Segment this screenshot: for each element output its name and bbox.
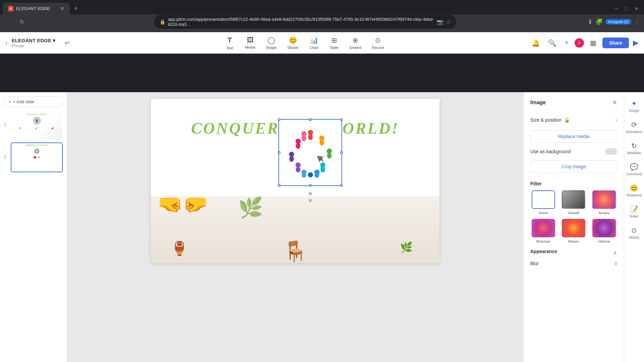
undo-btn[interactable]: ↩ [65,39,70,47]
design-sidebar-btn[interactable]: ✦ Design [626,96,643,116]
workflow-sidebar-btn[interactable]: ↻ Workflow [626,138,643,158]
hands-sticker[interactable]: 🤜🤛 [158,192,208,216]
chart-tool-btn[interactable]: 📊 Chart [305,34,323,52]
handle-bm[interactable] [309,184,312,187]
panel-header: Image ✕ [530,99,617,106]
filter-none-item[interactable]: None [530,190,556,215]
crop-image-btn[interactable]: Crop image [530,160,617,173]
animations-sidebar-btn[interactable]: ⟳ Animations [626,117,643,137]
record-tool-label: Record [372,46,384,50]
extensions-icon[interactable]: 🧩 [595,18,603,25]
media-tool-label: Media [245,45,255,49]
slide-1-thumb-inner: ELEGANT EDGE 👤 ✏🖊🖌 [11,111,62,139]
notifications-btn[interactable]: 🔔 [530,37,542,49]
share-btn[interactable]: Share [602,38,629,48]
filter-amaro-item[interactable]: Amaro [591,190,617,215]
window-controls: ─ □ ✕ [612,5,641,13]
filter-title: Filter [530,181,617,186]
present-mode-btn[interactable]: ▦ [588,37,598,49]
history-sidebar-btn[interactable]: ⊙ History [626,223,643,243]
text-tool-label: Text [226,46,233,50]
drag-handle[interactable] [309,192,312,195]
replace-media-btn[interactable]: Replace media [530,130,617,143]
back-nav-btn[interactable]: ‹ [4,17,8,26]
slides-sidebar: + + Add slide 1 ELEGANT EDGE 👤 ✏🖊🖌 [0,92,67,362]
media-tool-icon: 🖼 [247,36,254,44]
back-to-projects-btn[interactable]: ‹ [5,39,8,47]
active-tab[interactable]: P ELEGANT EDGE ✕ [3,3,70,14]
slide-canvas[interactable]: CONQUER THE WORLD! 🏺 🪑 🌿 🤜🤛 🌿 [151,99,439,263]
text-tool-btn[interactable]: T Text [221,34,238,52]
shape-tool-label: Shape [266,46,277,50]
project-info: ELEGANT EDGE ▾ Private [12,38,55,48]
handle-tr[interactable] [340,118,343,121]
handle-mr[interactable] [340,151,343,154]
panel-close-btn[interactable]: ✕ [612,99,617,106]
search-btn[interactable]: 🔍 [546,37,558,49]
size-position-row[interactable]: Size & position 🔒 › [530,113,617,127]
slide-2-item[interactable]: CONQUER THE WORLD! ⚙ 🟤 ✏ [11,142,63,172]
header-left: ‹ ELEGANT EDGE ▾ Private ↩ [5,38,79,48]
canvas-area[interactable]: CONQUER THE WORLD! 🏺 🪑 🌿 🤜🤛 🌿 [67,92,523,362]
svg-point-8 [320,167,325,172]
add-slide-label: + Add slide [13,99,35,104]
media-tool-btn[interactable]: 🖼 Media [241,34,259,51]
notes-sidebar-btn[interactable]: 📝 Notes [626,202,643,222]
add-slide-btn[interactable]: + + Add slide [4,96,63,107]
reload-btn[interactable]: ↻ [18,17,25,26]
record-tool-btn[interactable]: ⊙ Record [368,34,388,52]
header-right: 🔔 🔍 + A ▦ Share ▶ [530,37,639,49]
filter-helena-item[interactable]: Helena [591,219,617,243]
tab-favicon: P [8,6,13,11]
comments-sidebar-btn[interactable]: 💬 Comments [626,160,643,179]
filter-none-thumb [532,190,555,209]
filter-maven-item[interactable]: Maven [560,219,587,243]
embed-tool-btn[interactable]: ⊕ Embed [345,34,365,52]
minimize-btn[interactable]: ─ [612,5,621,13]
filter-brannan-thumb [532,219,555,237]
drag-handle-2[interactable] [309,199,312,202]
add-collaborator-btn[interactable]: + [562,37,571,49]
menu-icon[interactable]: ⋮ [634,18,640,25]
address-bar-row: ‹ › ↻ 🔒 app.pitch.com/app/presentation/5… [0,14,644,29]
handle-bl[interactable] [278,184,280,187]
play-btn[interactable]: ▶ [633,39,639,47]
svg-point-21 [302,135,306,141]
svg-point-13 [302,173,306,178]
handle-tl[interactable] [278,118,280,121]
record-tool-icon: ⊙ [375,36,381,44]
reactions-sidebar-btn[interactable]: 😊 Reactions [626,181,643,200]
new-tab-btn[interactable]: + [71,3,80,14]
slide-1-wrapper: 1 ELEGANT EDGE 👤 ✏🖊🖌 [11,110,63,140]
window-close-btn[interactable]: ✕ [632,5,641,13]
notes-icon: 📝 [630,205,638,213]
handle-br[interactable] [340,184,343,187]
filter-inkwell-item[interactable]: Inkwell [560,190,587,215]
slide-1-item[interactable]: ELEGANT EDGE 👤 ✏🖊🖌 [11,110,63,140]
use-as-bg-toggle[interactable] [605,148,617,155]
filter-grid: None Inkwell Amaro [530,190,617,243]
sticker-tool-btn[interactable]: 😊 Sticker [283,34,303,52]
download-icon[interactable]: ⬇ [588,18,593,25]
reactions-icon: 😊 [630,184,638,192]
avatar-icon[interactable]: A [575,38,584,48]
shape-tool-btn[interactable]: ◯ Shape [262,34,281,52]
project-name[interactable]: ELEGANT EDGE ▾ [12,38,55,44]
design-icon: ✦ [631,100,637,108]
selected-image[interactable] [278,119,342,186]
filter-section: Filter None Inkwell [530,181,617,243]
filter-brannan-item[interactable]: Brannan [530,219,556,243]
maximize-btn[interactable]: □ [623,5,631,13]
forward-nav-btn[interactable]: › [11,17,15,26]
project-dropdown-icon[interactable]: ▾ [53,38,55,44]
appearance-chevron[interactable]: ∧ [613,250,617,256]
table-tool-btn[interactable]: ⊞ Table [325,34,343,52]
handle-ml[interactable] [278,151,280,154]
address-bar[interactable]: 🔒 app.pitch.com/app/presentation/58f67c2… [154,15,456,29]
handle-tm[interactable] [309,118,312,121]
history-label: History [629,236,639,239]
size-position-label: Size & position 🔒 [530,117,570,123]
main-layout: + + Add slide 1 ELEGANT EDGE 👤 ✏🖊🖌 [0,92,644,362]
tab-close-btn[interactable]: ✕ [60,5,64,12]
blur-row: Blur 0 [530,258,617,269]
